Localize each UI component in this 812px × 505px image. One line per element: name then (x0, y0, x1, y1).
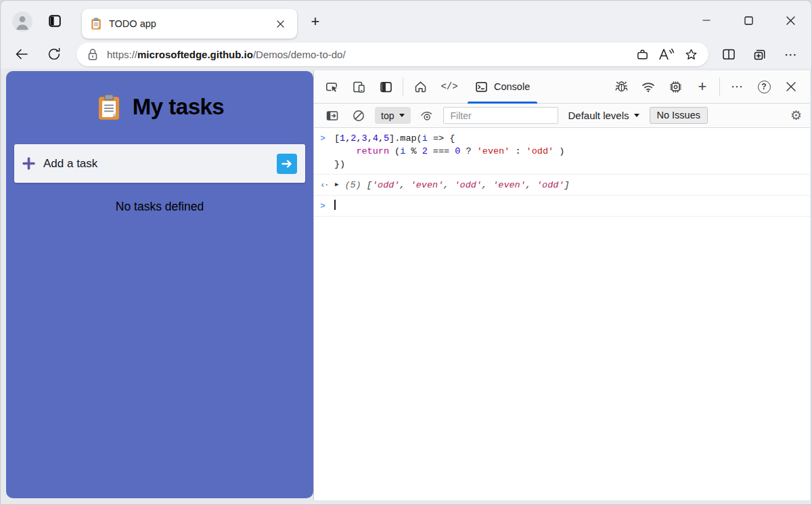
console-command-code: [1,2,3,4,5].map(i => { return (i % 2 ===… (334, 132, 564, 171)
refresh-icon (47, 47, 62, 62)
favorites-button[interactable] (679, 44, 703, 64)
devtools-more-button[interactable]: ⋯ (723, 73, 750, 100)
url-path: /Demos/demo-to-do/ (253, 49, 346, 60)
app-available-button[interactable] (630, 44, 654, 64)
maximize-button[interactable] (727, 1, 769, 40)
log-levels-dropdown[interactable]: Default levels (568, 110, 639, 121)
back-arrow-icon (14, 46, 30, 62)
console-input-marker: > (320, 132, 334, 145)
refresh-button[interactable] (43, 43, 66, 66)
console-result-entry: ‹· ▶ (5) ['odd', 'even', 'odd', 'even', … (314, 175, 810, 196)
home-icon (413, 80, 428, 94)
log-levels-label: Default levels (568, 110, 629, 121)
arrow-right-icon (281, 159, 292, 169)
chevron-down-icon (634, 114, 639, 117)
devtools-panel: </> Console (313, 70, 810, 500)
issues-counter-button[interactable]: No Issues (650, 107, 708, 124)
person-icon (12, 12, 32, 32)
device-emulation-icon (352, 80, 366, 94)
read-aloud-icon (658, 47, 675, 61)
browser-toolbar: https://microsoftedge.github.io/Demos/de… (1, 40, 811, 68)
cpu-icon (669, 80, 683, 94)
tab-actions-icon (47, 14, 62, 28)
browser-settings-menu-button[interactable]: ⋯ (780, 43, 802, 65)
window-controls (685, 1, 811, 40)
add-task-submit-button[interactable] (277, 154, 297, 174)
read-aloud-button[interactable] (654, 44, 679, 64)
expand-result-toggle[interactable]: ▶ (335, 179, 338, 192)
console-prompt-marker: > (320, 200, 334, 213)
page-title: My tasks (133, 94, 224, 120)
focus-mode-icon (379, 80, 393, 94)
tab-welcome[interactable] (407, 73, 434, 100)
devtools-help-button[interactable]: ? (750, 73, 777, 100)
tab-close-button[interactable] (271, 15, 289, 32)
tab-elements[interactable]: </> (434, 73, 465, 100)
inspect-element-button[interactable] (318, 73, 345, 100)
new-tab-button[interactable]: + (307, 13, 324, 30)
back-button[interactable] (10, 43, 33, 66)
console-settings-button[interactable]: ⚙ (790, 108, 802, 123)
console-command-entry: > [1,2,3,4,5].map(i => { return (i % 2 =… (314, 128, 810, 175)
split-screen-icon (721, 47, 736, 62)
collections-icon (752, 47, 767, 62)
bug-icon (614, 80, 629, 94)
split-screen-button[interactable] (718, 43, 740, 65)
context-selector-value: top (381, 110, 394, 121)
maximize-icon (744, 16, 753, 25)
tab-favicon-clipboard-icon (90, 18, 102, 30)
console-result-preview: (5) ['odd', 'even', 'odd', 'even', 'odd'… (344, 179, 569, 192)
close-window-button[interactable] (769, 1, 811, 40)
wifi-icon (641, 80, 656, 94)
filter-input[interactable] (443, 107, 558, 124)
close-icon (786, 82, 796, 91)
close-icon (786, 16, 795, 25)
divider (719, 77, 720, 96)
star-icon (684, 47, 698, 62)
help-icon: ? (758, 81, 771, 93)
profile-avatar[interactable] (12, 12, 32, 32)
url-domain: microsoftedge.github.io (137, 49, 253, 60)
url-text[interactable]: https://microsoftedge.github.io/Demos/de… (107, 49, 630, 60)
performance-button[interactable] (662, 73, 689, 100)
todo-app-page: My tasks Add a task No tasks defined (6, 71, 313, 498)
close-devtools-button[interactable] (777, 73, 805, 100)
tab-console[interactable]: Console (465, 70, 540, 104)
add-task-label: Add a task (43, 157, 97, 171)
close-icon (277, 20, 284, 28)
add-task-field[interactable]: Add a task (14, 144, 305, 183)
tab-strip: TODO app + (1, 1, 811, 40)
browser-window: TODO app + (0, 0, 812, 505)
plus-icon (22, 157, 35, 170)
focus-mode-button[interactable] (372, 73, 399, 100)
network-button[interactable] (635, 73, 662, 100)
console-icon (475, 81, 488, 93)
clear-icon (352, 109, 365, 123)
issues-button[interactable] (608, 73, 635, 100)
browser-tab[interactable]: TODO app (82, 9, 297, 39)
console-tab-label: Console (494, 81, 530, 92)
inspect-icon (325, 80, 339, 94)
console-prompt[interactable]: > (314, 196, 810, 217)
divider (403, 77, 403, 96)
live-expression-button[interactable] (417, 106, 437, 125)
device-emulation-button[interactable] (345, 73, 372, 100)
tab-title: TODO app (109, 18, 271, 29)
clear-console-button[interactable] (348, 106, 369, 125)
collections-button[interactable] (749, 43, 771, 65)
add-tool-button[interactable]: + (689, 73, 716, 100)
address-bar[interactable]: https://microsoftedge.github.io/Demos/de… (76, 43, 708, 66)
minimize-icon (702, 16, 710, 24)
console-output-marker: ‹· (320, 179, 334, 192)
empty-tasks-message: No tasks defined (6, 200, 313, 214)
eye-icon (420, 109, 434, 123)
console-prompt-input[interactable] (334, 200, 336, 213)
clipboard-icon (95, 93, 122, 120)
tab-actions-menu[interactable] (47, 14, 62, 28)
context-selector[interactable]: top (375, 107, 411, 124)
console-sidebar-button[interactable] (322, 106, 342, 125)
page-header: My tasks (6, 71, 313, 120)
minimize-button[interactable] (685, 1, 727, 40)
devtools-tab-bar: </> Console (314, 70, 810, 104)
console-messages: > [1,2,3,4,5].map(i => { return (i % 2 =… (314, 128, 810, 217)
